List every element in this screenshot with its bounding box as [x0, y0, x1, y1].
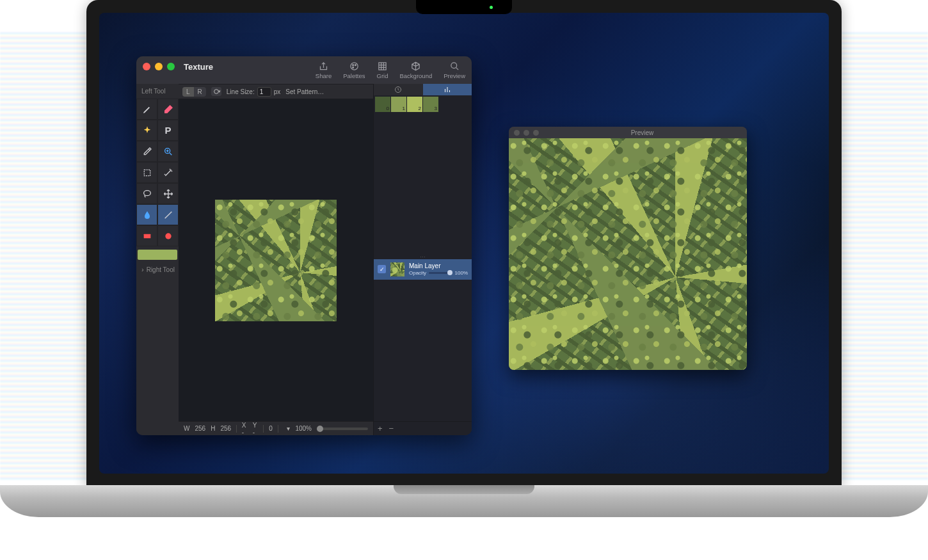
- swatch-0[interactable]: [375, 97, 390, 112]
- layer-name: Main Layer: [409, 262, 468, 269]
- window-controls: [143, 63, 175, 70]
- palette-swatches: [374, 95, 472, 113]
- eyedropper-tool[interactable]: [136, 141, 157, 162]
- titlebar: Texture Share Palettes Grid: [136, 56, 472, 84]
- laptop-base: [0, 485, 928, 517]
- right-tool-header[interactable]: Right Tool: [136, 262, 179, 277]
- circle-icon: [213, 88, 220, 95]
- line-tool[interactable]: [157, 204, 179, 225]
- svg-rect-4: [379, 63, 386, 70]
- layer-row[interactable]: ✓ Main Layer Opacity 100%: [374, 259, 472, 280]
- palette-tab[interactable]: [423, 84, 472, 95]
- opacity-slider[interactable]: [429, 272, 452, 274]
- right-tool-label: Right Tool: [147, 266, 175, 273]
- palettes-button[interactable]: Palettes: [343, 61, 365, 79]
- lr-segment[interactable]: L R: [182, 87, 206, 97]
- set-pattern-button[interactable]: Set Pattern…: [285, 88, 324, 95]
- wand-tool[interactable]: [157, 162, 179, 183]
- options-bar: L R Line Size: px Set Pattern…: [179, 84, 373, 99]
- move-icon: [163, 189, 173, 199]
- divider: [236, 425, 237, 433]
- preview-button[interactable]: Preview: [444, 61, 465, 79]
- layer-opacity-row: Opacity 100%: [409, 270, 468, 276]
- pencil-icon: [142, 104, 152, 115]
- palette-icon: [349, 61, 359, 71]
- close-button[interactable]: [514, 130, 520, 136]
- zoom-tool[interactable]: [157, 141, 179, 162]
- remove-layer-button[interactable]: −: [389, 424, 394, 433]
- toolbar-label: Share: [316, 72, 332, 79]
- line-size-unit: px: [274, 88, 281, 95]
- line-icon: [163, 210, 173, 220]
- canvas[interactable]: [215, 200, 337, 321]
- svg-point-8: [143, 190, 150, 195]
- layer-thumbnail: [390, 262, 404, 276]
- zoom-slider[interactable]: [317, 428, 368, 430]
- line-size-label: Line Size:: [227, 88, 255, 95]
- marquee-tool[interactable]: [136, 162, 157, 183]
- right-mode[interactable]: R: [194, 87, 206, 97]
- preview-canvas: [509, 138, 747, 370]
- swatch-2[interactable]: [407, 97, 422, 112]
- swatch-3[interactable]: [423, 97, 438, 112]
- left-mode[interactable]: L: [182, 87, 194, 97]
- svg-point-11: [214, 90, 218, 94]
- share-icon: [319, 61, 328, 71]
- canvas-area: L R Line Size: px Set Pattern…: [179, 84, 373, 435]
- toolbar-label: Preview: [444, 72, 465, 79]
- preview-window: Preview: [509, 127, 747, 370]
- ellipse-tool[interactable]: [157, 225, 179, 246]
- background-button[interactable]: Background: [400, 61, 433, 79]
- zoom-button[interactable]: [167, 63, 175, 70]
- line-style-dropdown[interactable]: [211, 87, 221, 96]
- clock-icon: [394, 86, 402, 93]
- svg-point-0: [351, 63, 358, 70]
- line-size-input[interactable]: [257, 87, 271, 97]
- type-tool[interactable]: P: [157, 120, 179, 141]
- bars-icon: [444, 86, 451, 93]
- toolbar-actions: Share Palettes Grid Background: [316, 61, 465, 79]
- canvas-viewport[interactable]: [179, 99, 373, 421]
- zoom-button[interactable]: [533, 130, 539, 136]
- window-title: Texture: [184, 62, 213, 72]
- move-tool[interactable]: [157, 183, 179, 204]
- close-button[interactable]: [143, 63, 150, 70]
- share-button[interactable]: Share: [316, 61, 332, 79]
- minimize-button[interactable]: [155, 63, 163, 70]
- layer-actions: + −: [374, 421, 472, 435]
- y-label: Y -: [253, 422, 259, 436]
- layer-visibility-checkbox[interactable]: ✓: [378, 265, 386, 273]
- tool-grid: P: [136, 99, 179, 246]
- svg-point-1: [353, 65, 354, 66]
- lasso-tool[interactable]: [136, 183, 157, 204]
- swatch-1[interactable]: [391, 97, 406, 112]
- current-color-swatch[interactable]: [138, 250, 177, 260]
- bucket-tool[interactable]: [136, 204, 157, 225]
- height-value: 256: [220, 425, 231, 432]
- add-layer-button[interactable]: +: [378, 424, 383, 433]
- divider: [278, 425, 278, 433]
- sparkle-tool[interactable]: [136, 120, 157, 141]
- layer-info: Main Layer Opacity 100%: [409, 262, 468, 276]
- left-tool-header: Left Tool: [136, 84, 179, 99]
- grid-button[interactable]: Grid: [377, 61, 388, 79]
- minimize-button[interactable]: [524, 130, 529, 136]
- panel-spacer: [374, 113, 472, 255]
- grid-icon: [378, 61, 387, 71]
- eraser-tool[interactable]: [157, 99, 179, 120]
- toolbar-label: Palettes: [343, 72, 365, 79]
- palette-tabs: [374, 84, 472, 95]
- history-tab[interactable]: [374, 84, 423, 95]
- x-label: X -: [242, 422, 248, 436]
- texture-app-window: Texture Share Palettes Grid: [136, 56, 472, 435]
- droplet-icon: [142, 210, 152, 220]
- pencil-tool[interactable]: [136, 99, 157, 120]
- decorative-glow: [842, 32, 928, 480]
- opacity-label: Opacity: [409, 270, 426, 276]
- height-label: H: [211, 425, 215, 432]
- svg-rect-9: [143, 234, 150, 238]
- eyedrop-icon: [142, 147, 152, 157]
- ellipse-icon: [163, 231, 173, 241]
- rect-tool[interactable]: [136, 225, 157, 246]
- status-bar: W 256 H 256 X - Y - 0 ▾ 100%: [179, 421, 373, 435]
